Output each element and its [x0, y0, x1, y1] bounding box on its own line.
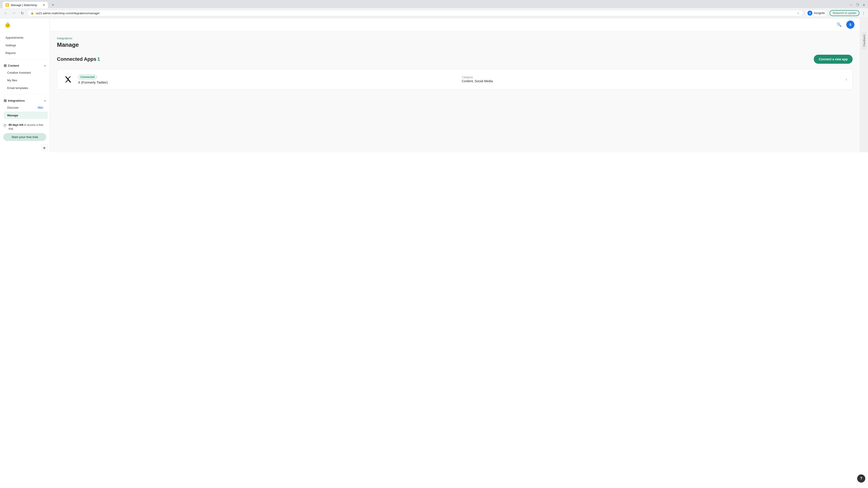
sidebar-item-settings[interactable]: Settings: [2, 41, 48, 49]
incognito-badge[interactable]: S Incognito: [805, 9, 827, 17]
trial-text: 89 days left to access a free trial.: [8, 123, 46, 131]
page-title: Manage: [57, 41, 852, 48]
sidebar-category-integrations[interactable]: ⊞ Integrations ∧: [0, 97, 50, 104]
connect-new-app-button[interactable]: Connect a new app: [814, 55, 852, 64]
sidebar-item-my-files[interactable]: My files: [4, 76, 48, 84]
app-body: Appointments Settings Reports ⊞ Content …: [0, 18, 868, 152]
manage-label: Manage: [7, 113, 44, 117]
sidebar-item-discover[interactable]: Discover New: [4, 104, 48, 111]
sidebar-section-content: ⊞ Content ∧ Creative Assistant My files …: [0, 61, 50, 93]
main-content: Integrations Manage Connected Apps 1 Con…: [50, 31, 860, 152]
app-info: Connected X (Formerly Twitter): [78, 74, 457, 84]
incognito-label: Incognito: [814, 11, 825, 15]
browser-right-icons: S Incognito Relaunch to update ⋮: [805, 9, 865, 17]
close-window-icon[interactable]: ✕: [863, 3, 865, 7]
address-bar[interactable]: 🔒 us21.admin.mailchimp.com/integrations/…: [27, 10, 803, 16]
app-category-section: Category Content, Social Media: [462, 76, 841, 83]
feedback-tab[interactable]: Feedback: [862, 32, 866, 49]
bookmark-icon[interactable]: ☆: [797, 11, 800, 15]
refresh-button[interactable]: ↻: [19, 10, 25, 16]
sidebar-item-manage[interactable]: Manage: [4, 111, 48, 119]
svg-point-3: [8, 25, 9, 26]
content-chevron-icon: ∧: [44, 64, 46, 67]
trial-days: 89 days left: [8, 123, 23, 127]
reports-label: Reports: [5, 51, 44, 55]
tab-favicon: M: [5, 3, 9, 7]
app-logo-icon: [63, 74, 73, 85]
relaunch-button[interactable]: Relaunch to update: [830, 10, 860, 16]
trial-info: ⏱ 89 days left to access a free trial.: [3, 123, 46, 131]
clock-icon: ⏱: [3, 123, 7, 128]
email-templates-label: Email templates: [7, 86, 44, 90]
sidebar-footer: ⏱ 89 days left to access a free trial. S…: [0, 120, 50, 144]
minimize-icon[interactable]: ─: [850, 3, 852, 7]
content-area: 🔍 S Integrations Manage Connected Apps 1…: [50, 18, 860, 152]
connected-apps-header: Connected Apps 1 Connect a new app: [57, 55, 852, 64]
incognito-avatar: S: [807, 11, 812, 15]
app-header: 🔍 S: [50, 18, 860, 31]
integrations-category-icon: ⊞: [4, 98, 6, 103]
url-text: us21.admin.mailchimp.com/integrations/ma…: [36, 11, 795, 15]
connected-apps-title: Connected Apps 1: [57, 56, 100, 62]
svg-point-5: [9, 25, 10, 26]
mailchimp-logo-icon: [4, 22, 12, 30]
integrations-category-label: Integrations: [8, 99, 25, 102]
forward-button[interactable]: →: [11, 10, 17, 16]
content-category-label: Content: [8, 64, 19, 67]
connected-apps-count: 1: [97, 56, 100, 62]
sidebar-collapse-area: ◧: [0, 144, 50, 152]
app-card[interactable]: Connected X (Formerly Twitter) Category …: [57, 69, 852, 90]
more-options-icon[interactable]: ⋮: [862, 11, 865, 15]
user-avatar[interactable]: S: [846, 21, 855, 29]
sidebar-item-appointments[interactable]: Appointments: [2, 34, 48, 41]
browser-title-bar: M Manage | Mailchimp ✕ + ─ ❐ ✕: [0, 0, 868, 8]
sidebar-sub-integrations: Discover New Manage: [0, 104, 50, 119]
start-free-trial-button[interactable]: Start your free trial: [3, 133, 46, 141]
avatar-initial: S: [849, 23, 851, 26]
category-value: Content, Social Media: [462, 79, 841, 83]
sidebar-section-integrations: ⊞ Integrations ∧ Discover New Manage: [0, 96, 50, 120]
lock-icon: 🔒: [31, 11, 34, 15]
tab-close-button[interactable]: ✕: [42, 3, 45, 7]
sidebar-scroll-area: Appointments Settings Reports ⊞ Content …: [0, 33, 50, 120]
appointments-label: Appointments: [5, 36, 44, 39]
discover-new-badge: New: [37, 106, 44, 109]
sidebar-item-reports[interactable]: Reports: [2, 49, 48, 57]
back-button[interactable]: ←: [3, 10, 9, 16]
tab-title: Manage | Mailchimp: [11, 3, 37, 7]
sidebar-sub-content: Creative Assistant My files Email templa…: [0, 69, 50, 92]
sidebar-logo[interactable]: [0, 18, 50, 33]
window-controls: ─ ❐ ✕: [850, 3, 865, 7]
search-button[interactable]: 🔍: [835, 21, 843, 29]
content-category-icon: ⊞: [4, 64, 6, 68]
address-actions: ☆: [797, 11, 800, 15]
settings-label: Settings: [5, 43, 44, 47]
browser-nav-bar: ← → ↻ 🔒 us21.admin.mailchimp.com/integra…: [0, 8, 868, 18]
app-name: X (Formerly Twitter): [78, 80, 457, 84]
collapse-sidebar-button[interactable]: ◧: [41, 144, 48, 151]
browser-tab[interactable]: M Manage | Mailchimp ✕: [3, 2, 48, 8]
svg-point-2: [6, 25, 7, 26]
sidebar-item-creative-assistant[interactable]: Creative Assistant: [4, 69, 48, 76]
category-label: Category: [462, 76, 841, 79]
discover-label: Discover: [7, 106, 34, 109]
svg-point-4: [6, 25, 6, 26]
my-files-label: My files: [7, 78, 44, 82]
sidebar-section-main: Appointments Settings Reports: [0, 33, 50, 58]
x-logo-svg: [64, 75, 72, 84]
browser-chrome: M Manage | Mailchimp ✕ + ─ ❐ ✕ ← → ↻ 🔒 u…: [0, 0, 868, 18]
right-panel: Feedback: [860, 18, 868, 152]
sidebar: Appointments Settings Reports ⊞ Content …: [0, 18, 50, 152]
sidebar-item-email-templates[interactable]: Email templates: [4, 84, 48, 92]
creative-assistant-label: Creative Assistant: [7, 71, 44, 74]
integrations-chevron-icon: ∧: [44, 99, 46, 102]
breadcrumb[interactable]: Integrations: [57, 37, 852, 40]
new-tab-button[interactable]: +: [50, 2, 56, 8]
app-status-badge: Connected: [78, 74, 97, 79]
sidebar-category-content[interactable]: ⊞ Content ∧: [0, 62, 50, 69]
maximize-icon[interactable]: ❐: [856, 3, 859, 7]
app-card-chevron-icon: ›: [846, 77, 847, 82]
